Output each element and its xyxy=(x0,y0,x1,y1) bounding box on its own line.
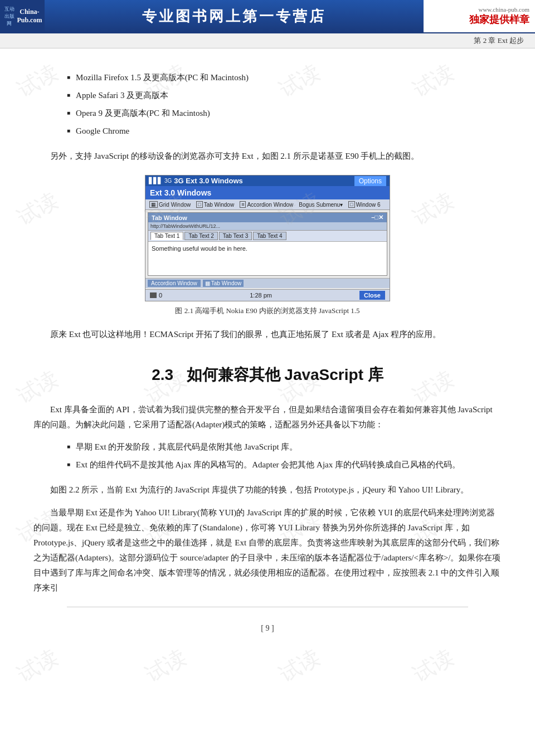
paragraph-1: 另外，支持 JavaScript 的移动设备的浏览器亦可支持 Ext，如图 2.… xyxy=(33,149,502,164)
site-tagline: 专业图书网上第一专营店 xyxy=(142,7,326,26)
chapter-bar: 第 2 章 Ext 起步 xyxy=(0,33,535,48)
tab-4: Tab Text 4 xyxy=(253,232,286,240)
phone-screenshot: ▋▋▋ 3G 3G Ext 3.0 Windows Options Ext 3.… xyxy=(145,175,390,301)
figure-1: ▋▋▋ 3G 3G Ext 3.0 Windows Options Ext 3.… xyxy=(33,175,502,316)
signal-icon: ▋▋▋ xyxy=(149,177,162,184)
list-item: Opera 9 及更高版本(PC 和 Macintosh) xyxy=(67,106,502,120)
bottom-left: 0 xyxy=(150,292,162,299)
feature-list: 早期 Ext 的开发阶段，其底层代码是依附其他 JavaScript 库。 Ex… xyxy=(67,440,502,471)
logo: 互动出版网 China-Pub.com xyxy=(0,0,45,32)
chapter-label: 第 2 章 Ext 起步 xyxy=(474,36,524,46)
accordion-item-1: Accordion Window xyxy=(148,280,201,287)
list-item: Mozilla Firefox 1.5 及更高版本(PC 和 Macintosh… xyxy=(67,71,502,84)
header-center: 专业图书网上第一专营店 xyxy=(45,0,424,32)
phone-nav-bar: ▦ Grid Window □ Tab Window ≡ Accordion W… xyxy=(145,199,390,210)
phone-bottom-bar: 0 1:28 pm Close xyxy=(145,289,390,301)
section-heading: 2.3 如何兼容其他 JavaScript 库 xyxy=(33,364,502,386)
accordion-item-2: ▦ Tab Window xyxy=(203,280,244,287)
nav-bogus: Bogus Submenu▾ xyxy=(297,201,344,208)
main-content: Mozilla Firefox 1.5 及更高版本(PC 和 Macintosh… xyxy=(0,48,535,655)
close-button[interactable]: Close xyxy=(359,291,385,300)
tab-3: Tab Text 3 xyxy=(219,232,252,240)
paragraph-2: 原来 Ext 也可以这样地用！ECMAScript 开拓了我们的眼界，也真正地拓… xyxy=(33,327,502,342)
tab-window: Tab Window –□✕ http://TabWindowWithURL/1… xyxy=(148,212,387,276)
list-item: Google Chrome xyxy=(67,124,502,138)
page-header: 互动出版网 China-Pub.com 专业图书网上第一专营店 www.chin… xyxy=(0,0,535,33)
ext-window-title: 3G Ext 3.0 Windows xyxy=(174,177,242,185)
nav-grid: ▦ Grid Window xyxy=(148,201,192,208)
ext-title-bar: Ext 3.0 Windows xyxy=(145,186,390,199)
paragraph-5: 当最早期 Ext 还是作为 Yahoo UI! Library(简称 YUI)的… xyxy=(33,505,502,596)
logo-top: 互动出版网 xyxy=(2,6,17,27)
tab-1: Tab Text 1 xyxy=(150,232,183,240)
exclusive-label: 独家提供样章 xyxy=(469,13,529,26)
section-title: 2.3 如何兼容其他 JavaScript 库 xyxy=(33,364,502,386)
window-content: Something useful would be in here. xyxy=(148,242,387,275)
header-right: www.china-pub.com 独家提供样章 xyxy=(424,0,535,32)
bottom-divider xyxy=(67,607,468,607)
window-title-bar: Tab Window –□✕ xyxy=(148,213,387,222)
options-btn: Options xyxy=(354,177,386,185)
nav-tab: □ Tab Window xyxy=(194,201,236,208)
nav-window6: □ Window 6 xyxy=(347,201,382,208)
list-item: Apple Safari 3 及更高版本 xyxy=(67,89,502,102)
accordion-bar: Accordion Window ▦ Tab Window xyxy=(145,278,390,288)
list-item: Ext 的组件代码不是按其他 Ajax 库的风格写的。Adapter 会把其他 … xyxy=(67,458,502,471)
browser-list: Mozilla Firefox 1.5 及更高版本(PC 和 Macintosh… xyxy=(67,71,502,138)
list-item: 早期 Ext 的开发阶段，其底层代码是依附其他 JavaScript 库。 xyxy=(67,440,502,453)
menu-icon xyxy=(150,292,157,298)
paragraph-4: 如图 2.2 所示，当前 Ext 为流行的 JavaScript 库提供了功能的… xyxy=(33,482,502,498)
url-bar: http://TabWindowWithURL/12... xyxy=(148,222,387,231)
network-label: 3G xyxy=(164,178,172,184)
nav-accordion: ≡ Accordion Window xyxy=(238,201,295,208)
paragraph-3: Ext 库具备全面的 API，尝试着为我们提供完整的整合开发平台，但是如果结合遗… xyxy=(33,402,502,432)
logo-site: China-Pub.com xyxy=(17,8,42,25)
window-tabs: Tab Text 1 Tab Text 2 Tab Text 3 Tab Tex… xyxy=(148,231,387,242)
phone-status-bar: ▋▋▋ 3G 3G Ext 3.0 Windows Options xyxy=(145,175,390,186)
status-left: ▋▋▋ 3G 3G Ext 3.0 Windows xyxy=(149,177,243,185)
figure-caption: 图 2.1 高端手机 Nokia E90 内嵌的浏览器支持 JavaScript… xyxy=(175,306,359,316)
tab-2: Tab Text 2 xyxy=(184,232,217,240)
website-url: www.china-pub.com xyxy=(478,6,529,13)
page-number: [ 9 ] xyxy=(33,624,502,633)
